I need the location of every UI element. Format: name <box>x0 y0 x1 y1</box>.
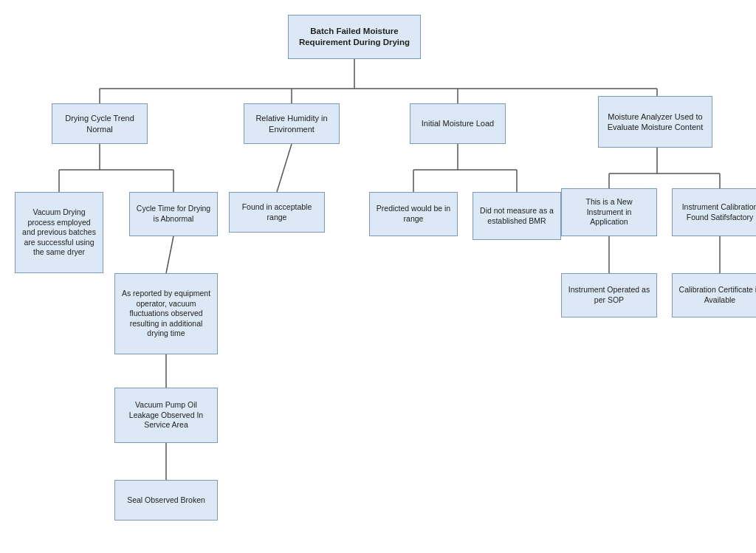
node-did-not-measure: Did not measure as a established BMR <box>472 192 561 240</box>
node-moisture-analyzer: Moisture Analyzer Used to Evaluate Moist… <box>598 96 712 148</box>
node-seal-broken: Seal Observed Broken <box>114 480 218 521</box>
node-new-instrument: This is a New Instrument in Application <box>561 188 657 236</box>
node-calibration-satisfactory: Instrument Calibration Found Satifsfacto… <box>672 188 756 236</box>
root-node: Batch Failed Moisture Requirement During… <box>288 15 421 59</box>
node-drying-cycle: Drying Cycle Trend Normal <box>52 103 148 144</box>
node-predicted-range: Predicted would be in range <box>369 192 458 236</box>
node-initial-moisture: Initial Moisture Load <box>410 103 506 144</box>
svg-line-10 <box>277 144 292 192</box>
node-vacuum-drying: Vacuum Drying process employed and previ… <box>15 192 103 273</box>
node-calibration-certificate: Calibration Certificate is Available <box>672 273 756 317</box>
node-operated-sop: Instrument Operated as per SOP <box>561 273 657 317</box>
node-cycle-time-abnormal: Cycle Time for Drying is Abnormal <box>129 192 218 236</box>
node-found-acceptable: Found in acceptable range <box>229 192 325 233</box>
diagram-container: Batch Failed Moisture Requirement During… <box>0 0 756 553</box>
svg-line-19 <box>166 236 173 273</box>
node-as-reported: As reported by equipment operator, vacuu… <box>114 273 218 354</box>
node-relative-humidity: Relative Humidity in Environment <box>244 103 340 144</box>
node-vacuum-pump-leakage: Vacuum Pump Oil Leakage Observed In Serv… <box>114 388 218 443</box>
